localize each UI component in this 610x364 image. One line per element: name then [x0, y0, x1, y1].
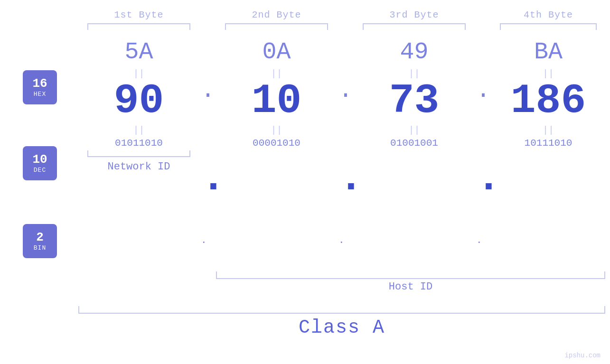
byte1-bot-bracket	[87, 150, 190, 157]
dot2-hex: .	[338, 77, 353, 104]
dot2-bin: .	[338, 235, 345, 246]
class-label: Class A	[78, 317, 605, 338]
host-id-label: Host ID	[216, 281, 605, 293]
byte4-top-bracket	[500, 23, 597, 30]
dec-badge: 10 DEC	[23, 146, 57, 180]
main-container: 16 HEX 10 DEC 2 BIN 1st Byte 5A || 90 ||…	[0, 0, 610, 364]
hex-badge-label: HEX	[34, 91, 46, 98]
byte2-hex: 0A	[216, 38, 337, 65]
host-bottom-bracket	[216, 271, 605, 279]
grid-layout: 1st Byte 5A || 90 || 01011010 Network ID…	[78, 0, 610, 364]
byte1-header: 1st Byte	[78, 9, 199, 20]
byte1-top-bracket	[87, 23, 190, 30]
bin-badge-label: BIN	[34, 244, 46, 252]
byte3-eq2: ||	[354, 125, 475, 136]
dot3-bin: .	[476, 235, 482, 246]
byte4-hex: BA	[491, 38, 605, 65]
byte3-bin: 01001001	[354, 138, 475, 149]
byte2-top-bracket	[225, 23, 328, 30]
hex-badge: 16 HEX	[23, 70, 57, 104]
dot1-bin: .	[201, 235, 207, 246]
byte3-top-bracket	[363, 23, 466, 30]
byte1-bin: 01011010	[78, 138, 199, 149]
byte4-header: 4th Byte	[491, 9, 605, 20]
byte4-dec: 186	[491, 80, 605, 122]
byte3-dec: 73	[354, 80, 475, 122]
dot3-hex: .	[476, 77, 490, 104]
byte1-eq2: ||	[78, 125, 199, 136]
byte2-header: 2nd Byte	[216, 9, 337, 20]
byte3-hex: 49	[354, 38, 475, 65]
byte2-bin: 00001010	[216, 138, 337, 149]
class-bracket	[78, 306, 605, 314]
byte4-bin: 10111010	[491, 138, 605, 149]
byte4-eq2: ||	[491, 125, 605, 136]
bin-badge: 2 BIN	[23, 224, 57, 258]
watermark: ipshu.com	[564, 352, 601, 359]
hex-badge-num: 16	[32, 77, 47, 91]
dot1-hex: .	[201, 77, 215, 104]
bin-badge-num: 2	[36, 231, 44, 244]
network-id-label: Network ID	[78, 161, 199, 173]
byte2-eq2: ||	[216, 125, 337, 136]
byte1-dec: 90	[78, 80, 199, 122]
dec-badge-num: 10	[32, 153, 47, 167]
byte1-hex: 5A	[78, 38, 199, 65]
dec-badge-label: DEC	[34, 167, 46, 174]
byte3-header: 3rd Byte	[354, 9, 475, 20]
byte2-dec: 10	[216, 80, 337, 122]
